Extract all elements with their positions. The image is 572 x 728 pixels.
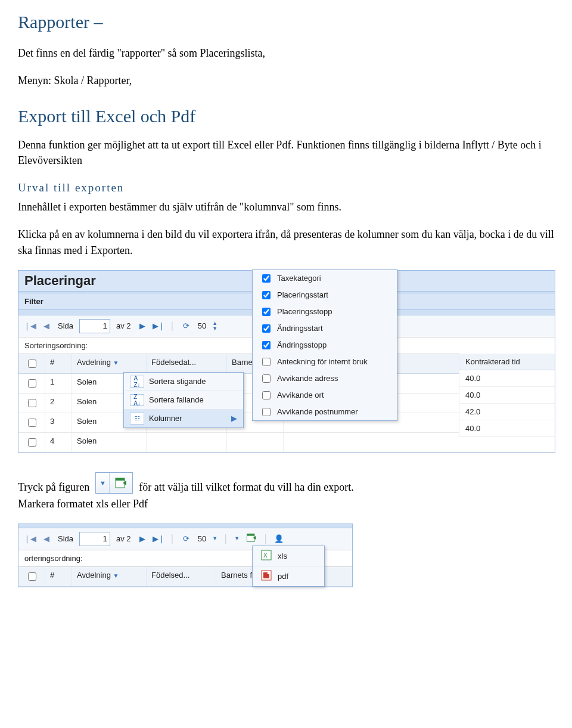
row-checkbox[interactable] [28,379,36,388]
select-all-checkbox[interactable] [28,360,36,368]
para-export: Denna funktion ger möjlighet att ta ut e… [18,137,554,168]
row-num: 3 [45,413,72,432]
col-option-checkbox[interactable] [262,341,271,349]
screenshot-placeringar: Placeringar Filter ❘◀ ◀ Sida av 2 ▶ ▶❘ │… [18,270,555,453]
sort-asc-item[interactable]: AZ↓ Sortera stigande [124,373,243,391]
pager-total: av 2 [116,534,131,543]
col-option-checkbox[interactable] [262,324,271,333]
col-option[interactable]: Ändringsstopp [253,337,397,354]
column-sort-menu: AZ↓ Sortera stigande ZA↓ Sortera falland… [123,372,244,428]
last-page-icon[interactable]: ▶❘ [154,321,164,332]
page-input[interactable] [79,319,110,333]
select-all-checkbox[interactable] [28,572,36,581]
col-option-label: Placeringsstart [277,290,328,299]
row-checkbox[interactable] [28,419,36,427]
right-column: Kontrakterad tid 40.0 40.0 42.0 40.0 [459,354,555,437]
prev-page-icon[interactable]: ◀ [41,534,52,544]
sort-desc-item[interactable]: ZA↓ Sortera fallande [124,391,243,410]
col-option-label: Ändringsstart [277,324,323,333]
col-option[interactable]: Anteckning för internt bruk [253,354,397,370]
first-page-icon[interactable]: ❘◀ [24,321,35,332]
heading-export: Export till Excel och Pdf [18,106,554,126]
export-excel-icon[interactable] [245,532,257,546]
svg-rect-3 [247,534,255,536]
heading-urval: Urval till exporten [18,181,554,194]
right-cell: 40.0 [459,387,555,404]
last-page-icon[interactable]: ▶❘ [154,534,164,544]
xls-icon: X [261,550,272,562]
col-option-label: Taxekategori [277,274,321,283]
row-num: 1 [45,374,72,393]
col-option-label: Avvikande adress [277,374,338,383]
col-option[interactable]: Avvikande adress [253,370,397,387]
row-num: 4 [45,433,72,452]
count-dropdown-icon[interactable]: ▼ [212,536,217,541]
sort-asc-label: Sortera stigande [149,377,206,386]
col-option-label: Anteckning för internt bruk [277,357,368,366]
pdf-icon [261,570,272,583]
row-checkbox[interactable] [28,399,36,407]
next-page-icon[interactable]: ▶ [137,534,148,544]
count-dropdown-icon[interactable]: ▲▼ [212,321,217,332]
col-option-checkbox[interactable] [262,408,271,416]
screenshot-export-format: ❘◀ ◀ Sida av 2 ▶ ▶❘ │ ⟳ 50 ▼ │ ▼ │ 👤 ort… [18,523,353,587]
sort-asc-icon: AZ↓ [130,376,144,388]
col-hash[interactable]: # [45,567,72,586]
refresh-icon[interactable]: ⟳ [181,321,192,332]
format-pdf-item[interactable]: pdf [253,566,324,586]
col-fodelsedatum[interactable]: Födelsed... [147,567,216,586]
col-option[interactable]: Avvikande ort [253,387,397,404]
pager-count: 50 [198,321,206,330]
col-avdelning[interactable]: Avdelning ▼ [72,354,147,373]
para-urval-1: Innehållet i exporten bestämmer du själv… [18,199,554,215]
sort-desc-icon: ZA↓ [130,394,144,406]
export-toolbar-button[interactable]: ▼ [95,472,133,494]
svg-rect-1 [116,478,125,481]
col-option-checkbox[interactable] [262,291,271,299]
user-icon[interactable]: 👤 [274,534,284,543]
col-option-label: Placeringsstopp [277,307,332,316]
col-hash[interactable]: # [45,354,72,373]
col-kontrakterad-tid[interactable]: Kontrakterad tid [459,354,555,370]
para-intro-1: Det finns en del färdig "rapporter" så s… [18,45,554,61]
prev-page-icon[interactable]: ◀ [41,321,52,332]
columns-item[interactable]: ☷ Kolumner ▶ [124,410,243,427]
col-option-checkbox[interactable] [262,391,271,399]
export-dropdown-icon[interactable]: ▼ [96,473,110,493]
col-option[interactable]: Taxekategori [253,270,397,287]
row-dept: Solen [72,433,147,452]
format-pdf-label: pdf [278,572,288,581]
pager-label-sida: Sida [58,321,73,330]
col-option-checkbox[interactable] [262,308,271,316]
next-page-icon[interactable]: ▶ [137,321,148,332]
sort-desc-label: Sortera fallande [149,395,204,404]
page-input[interactable] [79,532,110,546]
col-option-checkbox[interactable] [262,374,271,383]
pager-total: av 2 [116,321,131,330]
first-page-icon[interactable]: ❘◀ [24,534,35,544]
col-option[interactable]: Placeringsstopp [253,303,397,320]
col-option[interactable]: Avvikande postnummer [253,404,397,420]
export-menu-dropdown-icon[interactable]: ▼ [234,536,240,541]
col-option-checkbox[interactable] [262,358,271,366]
format-xls-item[interactable]: X xls [253,546,324,566]
format-menu: X xls pdf [252,546,325,587]
row-num: 2 [45,394,72,413]
right-cell: 42.0 [459,404,555,420]
heading-rapporter: Rapporter – [18,12,554,32]
col-option-checkbox[interactable] [262,274,271,283]
col-option-label: Ändringsstopp [277,340,327,349]
right-cell: 40.0 [459,370,555,387]
col-option[interactable]: Ändringsstart [253,320,397,337]
col-fodelsedatum[interactable]: Födelsedat... [147,354,227,373]
column-chooser-menu: Taxekategori Placeringsstart Placeringss… [252,269,397,421]
format-xls-label: xls [278,552,287,560]
col-option-label: Avvikande postnummer [277,407,358,416]
col-avdelning[interactable]: Avdelning ▼ [72,567,147,586]
refresh-icon[interactable]: ⟳ [181,534,192,544]
columns-icon: ☷ [130,413,144,425]
row-checkbox[interactable] [28,438,36,447]
right-cell: 40.0 [459,420,555,437]
para-markera: Markera formatet xls eller Pdf [18,496,554,512]
col-option[interactable]: Placeringsstart [253,287,397,303]
